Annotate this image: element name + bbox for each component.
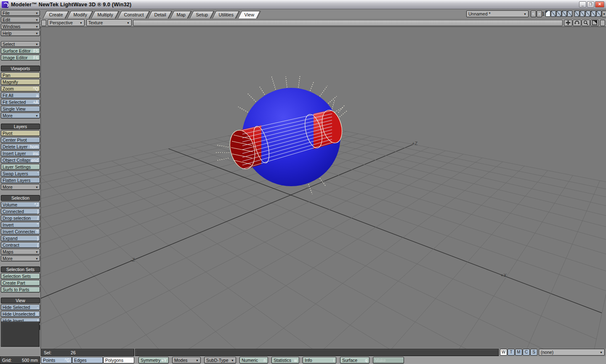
sidebar-item[interactable]: More ▼: [1, 184, 40, 190]
sidebar-item[interactable]: Image Editor F6 ▼: [1, 55, 40, 61]
bottom-button[interactable]: SubD-Type ▼: [204, 357, 236, 364]
sidebar-item[interactable]: More ▼: [1, 113, 40, 119]
bottom-button[interactable]: Edges ▼: [72, 357, 103, 364]
menu-tab[interactable]: Modify: [67, 11, 93, 18]
vmap-type-button[interactable]: S: [530, 349, 537, 356]
restore-button[interactable]: ❐: [587, 1, 594, 8]
menu-tab[interactable]: Detail: [148, 11, 172, 18]
sidebar-item[interactable]: Drop selection / ▼: [1, 215, 40, 221]
sidebar-item[interactable]: Delete Layer hom ▼: [1, 144, 40, 150]
menu-tab[interactable]: Create: [43, 11, 69, 18]
bottom-button[interactable]: Points ^G ▼: [41, 357, 72, 364]
sidebar-item[interactable]: Select ▼: [1, 41, 40, 47]
bottom-button[interactable]: Polygons ^H ▼: [103, 357, 134, 364]
bottom-button[interactable]: Info i ▼: [303, 357, 336, 364]
bottom-button[interactable]: ▼: [336, 357, 340, 364]
sidebar-item[interactable]: Volume ^J ▼: [1, 202, 40, 208]
sidebar-item[interactable]: Single View ▼: [1, 106, 40, 112]
menu-tab[interactable]: Multiply: [91, 11, 119, 18]
sidebar-item[interactable]: Pan ▼: [1, 72, 40, 78]
sidebar-item[interactable]: Fit Selected +A ▼: [1, 99, 40, 105]
bottom-button[interactable]: ▼: [268, 357, 271, 364]
bottom-button[interactable]: ▼: [134, 357, 138, 364]
sidebar-item[interactable]: Zoom ^Q ▼: [1, 86, 40, 92]
sidebar-item[interactable]: ▼: [1, 262, 40, 266]
sidebar-item[interactable]: More ▼: [1, 256, 40, 261]
next-layer-button[interactable]: >: [537, 11, 542, 17]
viewport-3d[interactable]: +Z -Z +X: [40, 26, 606, 349]
bottom-button[interactable]: Statistics w ▼: [271, 357, 299, 364]
sidebar-item[interactable]: Help ▼: [1, 30, 40, 36]
bottom-button[interactable]: ▼: [169, 357, 172, 364]
sidebar-item[interactable]: ▼: [1, 37, 40, 40]
menu-tab[interactable]: Utilities: [213, 11, 239, 18]
bottom-button[interactable]: Numeric n ▼: [239, 357, 268, 364]
viewport-corner-button[interactable]: [600, 20, 605, 26]
sidebar-item[interactable]: ▼: [1, 191, 40, 194]
vmap-type-button[interactable]: W: [500, 349, 507, 356]
sidebar-item[interactable]: Swap Layers ' ▼: [1, 171, 40, 177]
bottom-button[interactable]: Surface q ▼: [340, 357, 369, 364]
sidebar-item[interactable]: Fit All a ▼: [1, 92, 40, 98]
bottom-button[interactable]: Modes ▼: [172, 357, 201, 364]
sidebar-item[interactable]: Invert " ▼: [1, 222, 40, 228]
sidebar-item[interactable]: Create Part ▼: [1, 280, 40, 286]
sidebar-item[interactable]: ▼: [1, 293, 40, 297]
vmap-type-button[interactable]: T: [508, 349, 515, 356]
layer-cell[interactable]: [562, 11, 567, 17]
sidebar-item[interactable]: Invert Connected ? ▼: [1, 229, 40, 235]
sidebar-item[interactable]: Surfs to Parts ▼: [1, 287, 40, 293]
sidebar-item[interactable]: Layers ▼: [1, 124, 40, 129]
prev-layer-button[interactable]: <: [531, 11, 536, 17]
layer-cell[interactable]: [545, 11, 550, 17]
vmap-type-button[interactable]: M: [515, 349, 522, 356]
layer-bank-dropdown[interactable]: ▼: [602, 11, 606, 17]
sidebar-item[interactable]: Magnify ▼: [1, 79, 40, 85]
layer-cell[interactable]: [567, 11, 572, 17]
vmap-type-button[interactable]: C: [523, 349, 530, 356]
layer-cell[interactable]: [574, 11, 579, 17]
bottom-button[interactable]: ▼: [299, 357, 303, 364]
sidebar-item[interactable]: Edit ▼: [1, 17, 40, 23]
bottom-button[interactable]: Symmetry +Y ▼: [138, 357, 169, 364]
layer-cell[interactable]: [556, 11, 561, 17]
bottom-button[interactable]: ▼: [236, 357, 239, 364]
sidebar-item[interactable]: Selection Sets ▼: [1, 266, 40, 272]
minimize-button[interactable]: _: [579, 1, 586, 8]
sidebar-item[interactable]: Pivot ▼: [1, 130, 40, 136]
menu-tab[interactable]: View: [238, 11, 260, 18]
vmap-selector-dropdown[interactable]: (none) ▼: [539, 349, 605, 356]
viewport-maximize-button[interactable]: [590, 20, 599, 26]
menu-tab[interactable]: Map: [170, 11, 191, 18]
viewport-corner-button[interactable]: [41, 20, 46, 26]
sidebar-item[interactable]: Hide Selected - ▼: [1, 304, 40, 310]
sidebar-item[interactable]: Object Collapse end ▼: [1, 157, 40, 163]
close-button[interactable]: ✕: [595, 1, 604, 8]
layer-cell[interactable]: [596, 11, 601, 17]
viewport-title-drag-bar[interactable]: [133, 20, 563, 26]
layer-cell[interactable]: [591, 11, 596, 17]
sidebar-item[interactable]: View ▼: [1, 298, 40, 303]
sidebar-item[interactable]: Selection ▼: [1, 195, 40, 201]
menu-tab[interactable]: Construct: [117, 11, 149, 18]
viewport-pan-button[interactable]: [564, 20, 572, 26]
sidebar-item[interactable]: ▼: [1, 119, 40, 123]
viewport-rotate-button[interactable]: [573, 20, 581, 26]
sidebar-item[interactable]: Windows ▼: [1, 24, 40, 29]
bottom-button[interactable]: ▼: [201, 357, 204, 364]
object-selector-dropdown[interactable]: Unnamed * ▼: [466, 11, 529, 17]
layer-cell[interactable]: [551, 11, 556, 17]
sidebar-item[interactable]: Connected ] ▼: [1, 208, 40, 214]
sidebar-item[interactable]: Insert Layer ins ▼: [1, 150, 40, 156]
bottom-button[interactable]: ▼: [369, 357, 373, 364]
menu-tab[interactable]: Setup: [190, 11, 214, 18]
sidebar-item[interactable]: Viewports ▼: [1, 66, 40, 71]
layer-cell[interactable]: [585, 11, 590, 17]
sidebar-item[interactable]: Layer Settings ▼: [1, 164, 40, 170]
sidebar-item[interactable]: Center Pivot ▼: [1, 137, 40, 143]
sidebar-item[interactable]: Flatten Layers ▼: [1, 177, 40, 183]
sidebar-item[interactable]: Surface Editor F5 ▼: [1, 48, 40, 54]
sidebar-item[interactable]: Maps ▼: [1, 249, 40, 255]
view-mode-dropdown[interactable]: Perspective ▼: [48, 19, 85, 26]
bottom-button[interactable]: Make ▼: [373, 357, 404, 364]
